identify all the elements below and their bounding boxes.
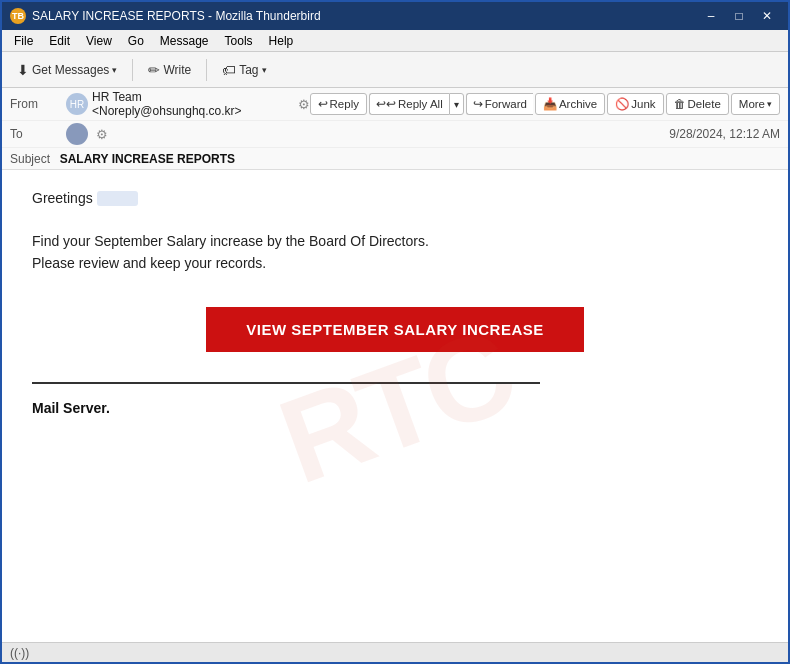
subject-value: SALARY INCREASE REPORTS	[60, 152, 235, 166]
status-bar: ((·))	[2, 642, 788, 662]
toolbar: ⬇ Get Messages ▾ ✏ Write 🏷 Tag ▾	[2, 52, 788, 88]
sender-avatar: HR	[66, 93, 88, 115]
delete-button[interactable]: 🗑 Delete	[666, 93, 729, 115]
tag-dropdown-icon: ▾	[262, 65, 267, 75]
subject-row: Subject SALARY INCREASE REPORTS	[2, 148, 788, 169]
junk-button[interactable]: 🚫 Junk	[607, 93, 663, 115]
menu-help[interactable]: Help	[261, 32, 302, 50]
title-bar: TB SALARY INCREASE REPORTS - Mozilla Thu…	[2, 2, 788, 30]
toolbar-divider	[132, 59, 133, 81]
window-title: SALARY INCREASE REPORTS - Mozilla Thunde…	[32, 9, 321, 23]
connection-icon: ((·))	[10, 646, 29, 660]
tag-icon: 🏷	[222, 62, 236, 78]
get-messages-button[interactable]: ⬇ Get Messages ▾	[8, 58, 126, 82]
reply-all-icon: ↩↩	[376, 97, 396, 111]
recipient-options-icon[interactable]: ⚙	[96, 127, 108, 142]
reply-icon: ↩	[318, 97, 328, 111]
tag-button[interactable]: 🏷 Tag ▾	[213, 58, 275, 82]
cta-button[interactable]: VIEW SEPTEMBER SALARY INCREASE	[206, 307, 584, 352]
more-dropdown-icon: ▾	[767, 99, 772, 109]
more-button[interactable]: More ▾	[731, 93, 780, 115]
menu-message[interactable]: Message	[152, 32, 217, 50]
email-header: From HR HR Team <Noreply@ohsunghq.co.kr>…	[2, 88, 788, 170]
cta-container: VIEW SEPTEMBER SALARY INCREASE	[32, 307, 758, 352]
email-body: RTC Greetings Find your September Salary…	[2, 170, 788, 642]
minimize-button[interactable]: –	[698, 7, 724, 25]
sender-options-icon[interactable]: ⚙	[298, 97, 310, 112]
maximize-button[interactable]: □	[726, 7, 752, 25]
junk-icon: 🚫	[615, 97, 629, 111]
forward-button[interactable]: ↪ Forward	[466, 93, 533, 115]
body-text: Find your September Salary increase by t…	[32, 230, 758, 275]
forward-icon: ↪	[473, 97, 483, 111]
get-messages-dropdown-icon: ▾	[112, 65, 117, 75]
menu-tools[interactable]: Tools	[217, 32, 261, 50]
from-label: From	[10, 97, 62, 111]
from-row: From HR HR Team <Noreply@ohsunghq.co.kr>…	[2, 88, 788, 121]
menu-bar: File Edit View Go Message Tools Help	[2, 30, 788, 52]
write-button[interactable]: ✏ Write	[139, 58, 200, 82]
toolbar-divider-2	[206, 59, 207, 81]
archive-icon: 📥	[543, 97, 557, 111]
app-window: TB SALARY INCREASE REPORTS - Mozilla Thu…	[0, 0, 790, 664]
email-date: 9/28/2024, 12:12 AM	[669, 127, 780, 141]
reply-button[interactable]: ↩ Reply	[310, 93, 367, 115]
delete-icon: 🗑	[674, 98, 686, 110]
subject-label: Subject	[10, 152, 50, 166]
recipient-name	[97, 191, 138, 206]
to-label: To	[10, 127, 62, 141]
menu-edit[interactable]: Edit	[41, 32, 78, 50]
email-action-buttons: ↩ Reply ↩↩ Reply All ▾ ↪ Forward	[310, 93, 780, 115]
write-icon: ✏	[148, 62, 160, 78]
body-divider	[32, 382, 540, 384]
mail-server-label: Mail Server.	[32, 400, 758, 416]
greeting-text: Greetings	[32, 190, 758, 206]
from-value: HR Team <Noreply@ohsunghq.co.kr>	[92, 90, 294, 118]
menu-go[interactable]: Go	[120, 32, 152, 50]
close-button[interactable]: ✕	[754, 7, 780, 25]
get-messages-icon: ⬇	[17, 62, 29, 78]
reply-all-button[interactable]: ↩↩ Reply All	[369, 93, 449, 115]
forward-split: ↪ Forward	[466, 93, 533, 115]
to-row: To ⚙ 9/28/2024, 12:12 AM	[2, 121, 788, 148]
menu-view[interactable]: View	[78, 32, 120, 50]
reply-all-split: ↩↩ Reply All ▾	[369, 93, 464, 115]
archive-button[interactable]: 📥 Archive	[535, 93, 605, 115]
recipient-avatar	[66, 123, 88, 145]
reply-all-dropdown-button[interactable]: ▾	[449, 93, 464, 115]
menu-file[interactable]: File	[6, 32, 41, 50]
app-icon: TB	[10, 8, 26, 24]
